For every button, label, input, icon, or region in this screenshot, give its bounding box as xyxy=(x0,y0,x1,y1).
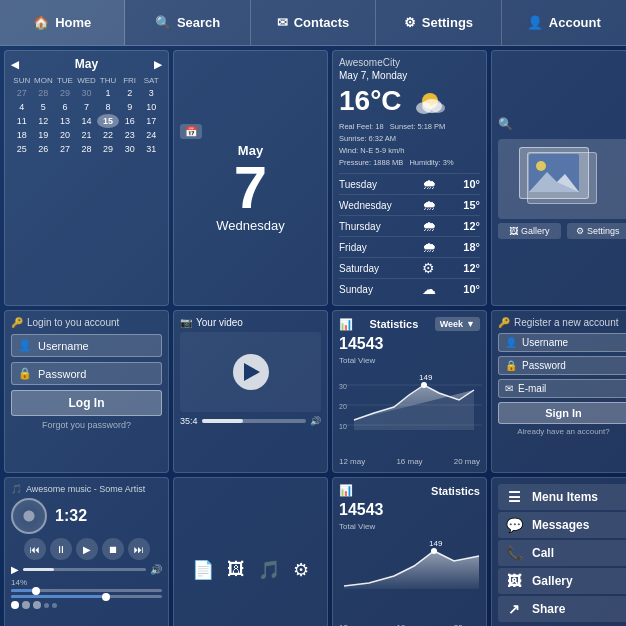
nav-home[interactable]: 🏠 Home xyxy=(0,0,125,45)
main-grid: ◀ May ▶ SUN MON TUE WED THU FRI SAT 27 2… xyxy=(0,46,626,626)
cal-day[interactable]: 16 xyxy=(119,114,141,128)
stats1-week-button[interactable]: Week ▼ xyxy=(435,317,480,331)
cal-day[interactable]: 11 xyxy=(11,114,33,128)
cal-day[interactable]: 25 xyxy=(11,142,33,156)
settings-media-icon[interactable]: ⚙ xyxy=(293,559,309,581)
pause-button[interactable]: ⏸ xyxy=(50,538,72,560)
video-icon: 📷 xyxy=(180,317,192,328)
cal-day[interactable]: 2 xyxy=(119,86,141,100)
chart-label-3: 20 may xyxy=(454,457,480,466)
video-title: 📷 Your video xyxy=(180,317,321,328)
calendar-month: May xyxy=(75,57,98,71)
progress-track-2[interactable] xyxy=(11,595,162,598)
prev-button[interactable]: ⏮ xyxy=(24,538,46,560)
nav-contacts[interactable]: ✉ Contacts xyxy=(251,0,376,45)
stop-button[interactable]: ⏹ xyxy=(102,538,124,560)
cal-day[interactable]: 19 xyxy=(33,128,55,142)
progress-thumb-2[interactable] xyxy=(102,593,110,601)
music-file-icon[interactable]: 🎵 xyxy=(258,559,280,581)
image-settings-label: Settings xyxy=(587,226,620,236)
cal-day[interactable]: 27 xyxy=(11,86,33,100)
messages-label: Messages xyxy=(532,518,589,532)
password-field[interactable]: 🔒 Password xyxy=(11,362,162,385)
volume-track[interactable] xyxy=(11,589,162,592)
gallery-menu-icon: 🖼 xyxy=(504,573,524,589)
play-button-music[interactable]: ▶ xyxy=(76,538,98,560)
cal-day[interactable]: 28 xyxy=(33,86,55,100)
cal-day[interactable]: 4 xyxy=(11,100,33,114)
cal-day[interactable]: 30 xyxy=(76,86,98,100)
nav-search[interactable]: 🔍 Search xyxy=(125,0,250,45)
cal-day[interactable]: 30 xyxy=(119,142,141,156)
file-icon[interactable]: 📄 xyxy=(192,559,214,581)
menu-item-share[interactable]: ↗ Share xyxy=(498,596,626,622)
cal-day[interactable]: 27 xyxy=(54,142,76,156)
contacts-icon: ✉ xyxy=(277,15,288,30)
menu-item-gallery[interactable]: 🖼 Gallery xyxy=(498,568,626,594)
cal-day[interactable]: 14 xyxy=(76,114,98,128)
cal-day[interactable]: 31 xyxy=(140,142,162,156)
cal-day[interactable]: 26 xyxy=(33,142,55,156)
menu-item-menu-items[interactable]: ☰ Menu Items xyxy=(498,484,626,510)
cal-day[interactable]: 12 xyxy=(33,114,55,128)
register-title: 🔑 Register a new account xyxy=(498,317,626,328)
cal-day[interactable]: 13 xyxy=(54,114,76,128)
progress-fill-2 xyxy=(11,595,102,598)
cal-day[interactable]: 6 xyxy=(54,100,76,114)
login-button[interactable]: Log In xyxy=(11,390,162,416)
signin-button[interactable]: Sign In xyxy=(498,402,626,424)
music-player-row: 1:32 xyxy=(11,498,162,534)
forecast-icon: 🌧 xyxy=(422,197,436,213)
dot-3[interactable] xyxy=(33,601,41,609)
cal-day[interactable]: 10 xyxy=(140,100,162,114)
cal-day[interactable]: 29 xyxy=(97,142,119,156)
music-progress-track[interactable] xyxy=(23,568,146,571)
dot-4[interactable] xyxy=(44,603,49,608)
video-progress-bar[interactable] xyxy=(202,419,306,423)
image-settings-button[interactable]: ⚙ Settings xyxy=(567,223,627,239)
nav-account[interactable]: 👤 Account xyxy=(502,0,626,45)
search-icon-small: 🔍 xyxy=(498,117,513,131)
cal-day[interactable]: 18 xyxy=(11,128,33,142)
nav-settings[interactable]: ⚙ Settings xyxy=(376,0,501,45)
cal-day[interactable]: 3 xyxy=(140,86,162,100)
cal-day[interactable]: 9 xyxy=(119,100,141,114)
stats1-number: 14543 Total View xyxy=(339,335,480,365)
forecast-icon-thursday: 🌧 xyxy=(422,218,436,234)
reg-password-field[interactable]: 🔒 Password xyxy=(498,356,626,375)
calendar-prev[interactable]: ◀ xyxy=(11,59,19,70)
username-field[interactable]: 👤 Username xyxy=(11,334,162,357)
forgot-password[interactable]: Forgot you password? xyxy=(11,420,162,430)
cal-day[interactable]: 23 xyxy=(119,128,141,142)
menu-item-messages[interactable]: 💬 Messages xyxy=(498,512,626,538)
cal-day[interactable]: 28 xyxy=(76,142,98,156)
menu-item-call[interactable]: 📞 Call xyxy=(498,540,626,566)
cal-day[interactable]: 20 xyxy=(54,128,76,142)
cal-day[interactable]: 24 xyxy=(140,128,162,142)
cal-header-sun: SUN xyxy=(11,75,33,86)
svg-point-16 xyxy=(421,382,427,388)
volume-thumb[interactable] xyxy=(32,587,40,595)
reg-username-field[interactable]: 👤 Username xyxy=(498,333,626,352)
cal-day[interactable]: 1 xyxy=(97,86,119,100)
cal-day[interactable]: 5 xyxy=(33,100,55,114)
have-account[interactable]: Already have an account? xyxy=(498,427,626,436)
reg-email-field[interactable]: ✉ E-mail xyxy=(498,379,626,398)
cal-day[interactable]: 17 xyxy=(140,114,162,128)
dot-5[interactable] xyxy=(52,603,57,608)
cal-today[interactable]: 15 xyxy=(97,114,119,128)
dot-2[interactable] xyxy=(22,601,30,609)
gallery-button[interactable]: 🖼 Gallery xyxy=(498,223,561,239)
cal-day[interactable]: 7 xyxy=(76,100,98,114)
stats1-icon: 📊 xyxy=(339,318,353,331)
calendar-next[interactable]: ▶ xyxy=(154,59,162,70)
cal-day[interactable]: 8 xyxy=(97,100,119,114)
dot-1[interactable] xyxy=(11,601,19,609)
next-button[interactable]: ⏭ xyxy=(128,538,150,560)
cal-day[interactable]: 29 xyxy=(54,86,76,100)
cal-day[interactable]: 22 xyxy=(97,128,119,142)
play-button[interactable] xyxy=(233,354,269,390)
svg-text:30: 30 xyxy=(339,383,347,390)
cal-day[interactable]: 21 xyxy=(76,128,98,142)
image-icon[interactable]: 🖼 xyxy=(227,559,245,580)
